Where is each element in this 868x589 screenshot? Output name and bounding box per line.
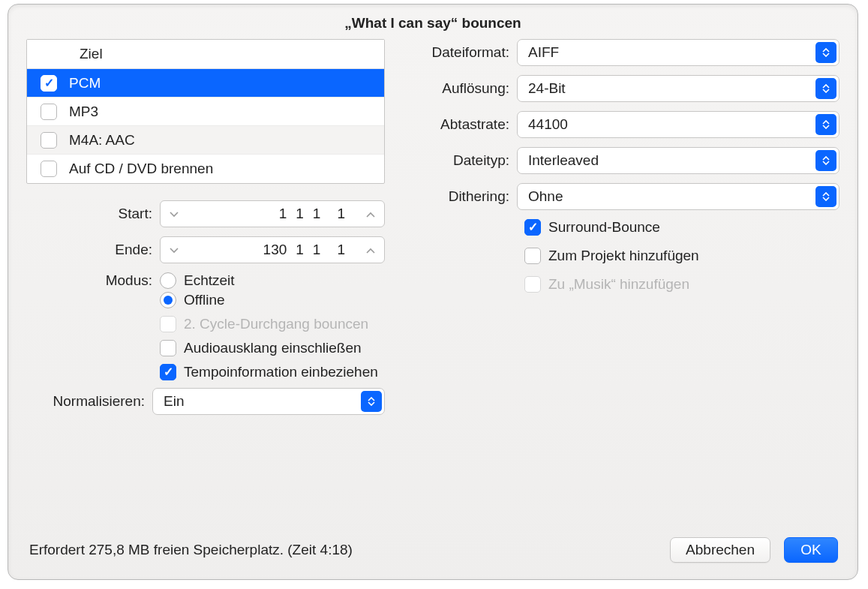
mode-label: Modus: (26, 272, 160, 289)
mode-offline-radio[interactable] (160, 292, 176, 308)
destination-checkbox-mp3[interactable] (41, 104, 57, 120)
destination-row-mp3[interactable]: MP3 (27, 98, 384, 126)
add-to-music-checkbox (524, 276, 541, 293)
start-field[interactable]: 1 1 1 1 (160, 200, 385, 227)
dithering-label: Dithering: (421, 188, 517, 205)
destination-label: M4A: AAC (69, 132, 135, 149)
file-format-popup[interactable]: AIFF (517, 39, 839, 66)
resolution-value: 24-Bit (528, 80, 566, 97)
chevron-down-icon[interactable] (164, 244, 185, 256)
destination-header[interactable]: Ziel (27, 40, 384, 69)
window-title: „What I can say“ bouncen (8, 5, 857, 39)
chevron-down-icon[interactable] (164, 208, 185, 220)
include-tempo-label: Tempoinformation einbeziehen (184, 364, 378, 380)
mode-realtime-radio[interactable] (160, 272, 176, 289)
sample-rate-popup[interactable]: 44100 (517, 111, 839, 138)
dithering-value: Ohne (528, 188, 563, 205)
surround-bounce-checkbox[interactable] (524, 219, 541, 236)
popup-arrows-icon (815, 42, 836, 63)
end-values: 130 1 1 1 (189, 242, 356, 258)
popup-arrows-icon (815, 186, 836, 207)
sample-rate-label: Abtastrate: (421, 116, 517, 133)
destination-label: MP3 (69, 104, 98, 120)
ok-button[interactable]: OK (784, 537, 838, 563)
destination-checkbox-pcm[interactable] (41, 75, 57, 92)
normalize-value: Ein (164, 393, 184, 410)
dithering-popup[interactable]: Ohne (517, 183, 839, 210)
add-to-project-label: Zum Projekt hinzufügen (548, 248, 699, 264)
destination-row-pcm[interactable]: PCM (27, 69, 384, 98)
add-to-project-checkbox[interactable] (524, 248, 541, 264)
resolution-popup[interactable]: 24-Bit (517, 75, 839, 102)
normalize-popup[interactable]: Ein (152, 388, 385, 415)
chevron-up-icon[interactable] (360, 244, 381, 256)
file-type-popup[interactable]: Interleaved (517, 147, 839, 174)
cancel-button[interactable]: Abbrechen (670, 537, 770, 563)
popup-arrows-icon (361, 391, 382, 412)
start-values: 1 1 1 1 (189, 206, 356, 222)
end-label: Ende: (26, 242, 160, 258)
resolution-label: Auflösung: (421, 80, 517, 97)
destination-table: Ziel PCM MP3 M4A: AAC Auf CD / DVD brenn… (26, 39, 385, 184)
start-label: Start: (26, 206, 160, 222)
popup-arrows-icon (815, 114, 836, 135)
file-format-value: AIFF (528, 44, 559, 61)
mode-offline-label: Offline (184, 292, 225, 308)
end-field[interactable]: 130 1 1 1 (160, 236, 385, 263)
destination-label: PCM (69, 75, 101, 92)
popup-arrows-icon (815, 78, 836, 99)
popup-arrows-icon (815, 150, 836, 171)
file-format-label: Dateiformat: (421, 44, 517, 61)
normalize-label: Normalisieren: (26, 393, 152, 410)
status-text: Erfordert 275,8 MB freien Speicherplatz.… (29, 542, 353, 558)
bounce-dialog: „What I can say“ bouncen Ziel PCM MP3 M4… (8, 4, 858, 580)
destination-checkbox-m4a[interactable] (41, 132, 57, 149)
surround-bounce-label: Surround-Bounce (548, 219, 660, 236)
file-type-label: Dateityp: (421, 152, 517, 169)
include-tail-checkbox[interactable] (160, 340, 176, 356)
destination-checkbox-burn[interactable] (41, 161, 57, 177)
file-type-value: Interleaved (528, 152, 599, 169)
destination-row-burn[interactable]: Auf CD / DVD brennen (27, 155, 384, 183)
chevron-up-icon[interactable] (360, 208, 381, 220)
destination-label: Auf CD / DVD brennen (69, 161, 213, 177)
add-to-music-label: Zu „Musik“ hinzufügen (548, 276, 689, 293)
mode-realtime-label: Echtzeit (184, 272, 235, 289)
second-cycle-checkbox (160, 316, 176, 332)
destination-row-m4a[interactable]: M4A: AAC (27, 126, 384, 155)
include-tail-label: Audioausklang einschließen (184, 340, 362, 356)
sample-rate-value: 44100 (528, 116, 568, 133)
second-cycle-label: 2. Cycle-Durchgang bouncen (184, 316, 368, 332)
include-tempo-checkbox[interactable] (160, 364, 176, 380)
